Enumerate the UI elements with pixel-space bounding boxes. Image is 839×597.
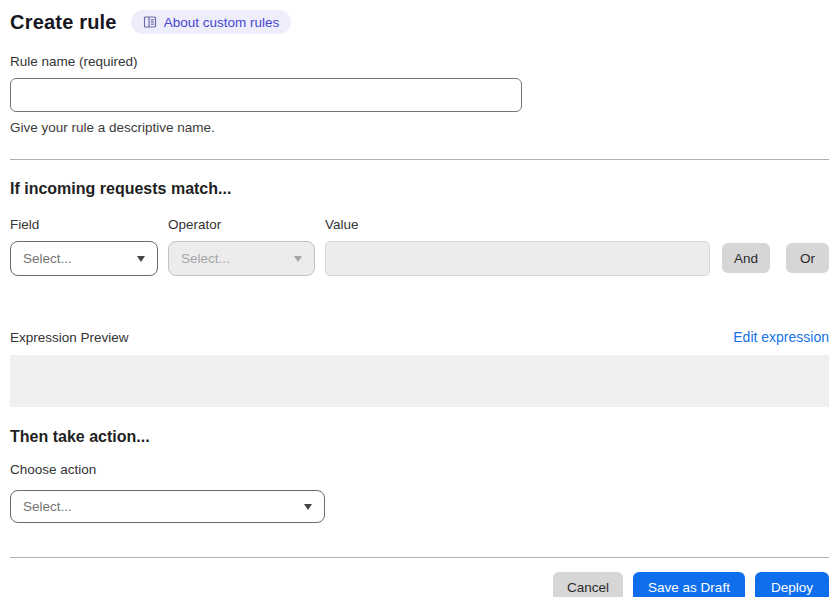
- operator-select-value: Select...: [181, 251, 294, 266]
- expression-preview-row: Expression Preview Edit expression: [10, 329, 829, 345]
- operator-column: Operator Select...: [168, 216, 315, 276]
- value-label: Value: [325, 216, 710, 233]
- create-rule-page: Create rule About custom rules Rule name…: [0, 0, 839, 597]
- caret-down-icon: [294, 256, 302, 262]
- or-button[interactable]: Or: [786, 243, 829, 273]
- section-divider: [10, 159, 829, 160]
- about-custom-rules-link[interactable]: About custom rules: [131, 10, 292, 34]
- action-select[interactable]: Select...: [10, 490, 325, 523]
- rule-name-helper: Give your rule a descriptive name.: [10, 119, 829, 136]
- field-select[interactable]: Select...: [10, 241, 158, 276]
- caret-down-icon: [304, 504, 312, 510]
- operator-label: Operator: [168, 216, 315, 233]
- expression-preview-box: [10, 355, 829, 407]
- footer-divider: [10, 557, 829, 558]
- expression-preview-label: Expression Preview: [10, 330, 129, 345]
- action-section-heading: Then take action...: [10, 427, 829, 446]
- deploy-button[interactable]: Deploy: [755, 572, 829, 597]
- and-button[interactable]: And: [722, 243, 770, 273]
- action-select-value: Select...: [23, 499, 304, 514]
- condition-row: Field Select... Operator Select... Value…: [10, 216, 829, 276]
- edit-expression-link[interactable]: Edit expression: [733, 329, 829, 345]
- field-select-value: Select...: [23, 251, 137, 266]
- caret-down-icon: [137, 256, 145, 262]
- about-custom-rules-label: About custom rules: [164, 15, 280, 30]
- operator-select: Select...: [168, 241, 315, 276]
- save-as-draft-button[interactable]: Save as Draft: [633, 572, 745, 597]
- page-title: Create rule: [10, 11, 117, 34]
- match-section-heading: If incoming requests match...: [10, 179, 829, 198]
- field-column: Field Select...: [10, 216, 158, 276]
- cancel-button[interactable]: Cancel: [553, 572, 623, 597]
- field-label: Field: [10, 216, 158, 233]
- value-input: [325, 241, 710, 276]
- book-icon: [143, 15, 157, 29]
- rule-name-label: Rule name (required): [10, 53, 829, 70]
- choose-action-label: Choose action: [10, 461, 829, 478]
- value-column: Value: [325, 216, 710, 276]
- footer-actions: Cancel Save as Draft Deploy: [10, 572, 829, 597]
- page-header: Create rule About custom rules: [10, 10, 829, 34]
- rule-name-input[interactable]: [10, 78, 522, 112]
